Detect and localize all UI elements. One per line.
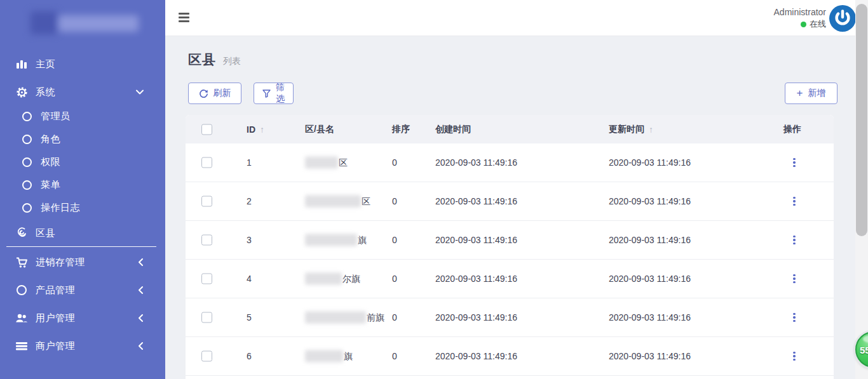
cell-updated-time: 2020-09-03 11:49:16 (609, 235, 691, 245)
table-header-row: ID↑ 区/县名 排序 创建时间 更新时间↑ 操作 (186, 115, 834, 143)
row-checkbox[interactable] (201, 274, 212, 284)
district-name-suffix: 区 (339, 157, 348, 168)
badge-count: 55 (860, 345, 868, 356)
sidebar-item-inventory-management[interactable]: 进销存管理 (0, 251, 165, 273)
district-name-suffix: 前旗 (367, 312, 384, 323)
sidebar-item-home[interactable]: 主页 (0, 53, 165, 75)
sidebar-item-label: 操作日志 (41, 202, 80, 214)
cell-id: 5 (247, 312, 252, 322)
row-actions-menu-icon[interactable] (789, 157, 799, 168)
cell-updated-time: 2020-09-03 11:49:16 (609, 157, 691, 168)
sidebar-item-user-management[interactable]: 用户管理 (0, 307, 165, 329)
redacted-name-blur (305, 312, 366, 324)
circle-icon (20, 203, 33, 213)
filter-button[interactable]: 筛选 (254, 83, 294, 104)
sidebar-item-menus[interactable]: 菜单 (0, 174, 165, 196)
add-button-label: 新增 (808, 88, 825, 99)
sidebar-item-roles[interactable]: 角色 (0, 128, 165, 150)
cell-district-name: 尔旗 (305, 273, 360, 285)
table-row: 5 前旗 0 2020-09-03 11:49:16 2020-09-03 11… (186, 298, 834, 337)
row-actions-menu-icon[interactable] (789, 350, 799, 362)
row-actions-menu-icon[interactable] (789, 312, 799, 323)
cell-sort: 0 (392, 351, 397, 361)
user-status: 在线 (774, 18, 826, 30)
row-actions-menu-icon[interactable] (789, 234, 799, 246)
app-logo (0, 0, 165, 44)
sidebar-item-label: 角色 (41, 133, 60, 145)
circle-icon (20, 157, 33, 167)
cell-id: 6 (247, 351, 252, 361)
cell-sort: 0 (392, 312, 397, 322)
cell-district-name: 区 (305, 196, 370, 208)
sidebar-item-label: 区县 (36, 227, 55, 239)
column-header-sort: 排序 (392, 124, 410, 135)
row-checkbox[interactable] (201, 235, 212, 246)
hamburger-menu-icon[interactable] (179, 13, 189, 22)
user-info: Administrator 在线 (774, 6, 826, 30)
chevron-left-icon (138, 314, 144, 322)
cell-created-time: 2020-09-03 11:49:16 (435, 196, 517, 206)
user-name: Administrator (774, 6, 826, 18)
cell-updated-time: 2020-09-03 11:49:16 (609, 312, 691, 322)
cell-district-name: 旗 (305, 350, 353, 362)
column-header-updated-time[interactable]: 更新时间↑ (609, 124, 644, 135)
row-checkbox[interactable] (201, 351, 212, 362)
add-button[interactable]: + 新增 (785, 83, 837, 104)
sidebar-item-label: 商户管理 (36, 340, 75, 352)
table-row: 3 旗 0 2020-09-03 11:49:16 2020-09-03 11:… (186, 221, 834, 260)
column-header-actions: 操作 (783, 124, 801, 135)
page-scrollbar-track (855, 0, 868, 379)
refresh-button[interactable]: 刷新 (188, 83, 241, 104)
sidebar-item-label: 权限 (41, 156, 60, 168)
row-checkbox[interactable] (201, 196, 212, 207)
sidebar-item-system[interactable]: 系统 (0, 81, 165, 103)
circle-icon (20, 135, 33, 144)
cell-district-name: 前旗 (305, 312, 384, 324)
table-card: ID↑ 区/县名 排序 创建时间 更新时间↑ 操作 1 区 0 2020-09-… (186, 115, 834, 379)
sidebar-item-product-management[interactable]: 产品管理 (0, 279, 165, 301)
cell-updated-time: 2020-09-03 11:49:16 (609, 196, 691, 206)
column-header-created-time: 创建时间 (435, 124, 471, 135)
sidebar-item-label: 菜单 (41, 179, 60, 191)
page-scrollbar-thumb[interactable] (856, 4, 867, 236)
chevron-left-icon (138, 286, 144, 294)
sidebar-item-merchant-management[interactable]: 商户管理 (0, 335, 165, 357)
district-name-suffix: 旗 (344, 350, 353, 362)
chevron-left-icon (138, 342, 144, 350)
badge-shine (863, 335, 868, 343)
refresh-button-label: 刷新 (214, 88, 231, 99)
cell-created-time: 2020-09-03 11:49:16 (435, 274, 517, 284)
cell-created-time: 2020-09-03 11:49:16 (435, 235, 517, 245)
user-avatar[interactable] (829, 5, 856, 32)
sidebar-item-admins[interactable]: 管理员 (0, 105, 165, 127)
users-icon (15, 313, 28, 323)
sidebar-item-permissions[interactable]: 权限 (0, 151, 165, 173)
district-name-suffix: 旗 (358, 234, 367, 246)
row-checkbox[interactable] (201, 312, 212, 323)
row-actions-menu-icon[interactable] (789, 273, 799, 284)
row-actions-menu-icon[interactable] (789, 196, 799, 207)
cell-sort: 0 (392, 274, 397, 284)
logo-mark-redacted (31, 11, 57, 34)
sidebar-item-districts[interactable]: 区县 (0, 222, 165, 244)
row-checkbox[interactable] (201, 157, 212, 168)
column-header-id[interactable]: ID↑ (247, 124, 255, 135)
filter-button-label: 筛选 (276, 82, 285, 105)
cell-created-time: 2020-09-03 11:49:16 (435, 351, 517, 361)
shopping-cart-icon (15, 257, 28, 268)
sidebar-item-label: 进销存管理 (36, 256, 85, 269)
logo-text-redacted (58, 15, 139, 32)
cell-sort: 0 (392, 235, 397, 245)
sidebar-item-operation-logs[interactable]: 操作日志 (0, 197, 165, 218)
cell-id: 3 (247, 235, 252, 245)
table-body: 1 区 0 2020-09-03 11:49:16 2020-09-03 11:… (186, 143, 834, 376)
table-row: 4 尔旗 0 2020-09-03 11:49:16 2020-09-03 11… (186, 260, 834, 298)
sidebar-item-label: 管理员 (41, 110, 71, 123)
hurricane-spiral-icon (15, 227, 28, 239)
filter-funnel-icon (262, 90, 271, 98)
cell-id: 1 (247, 157, 252, 168)
sidebar-item-label: 产品管理 (36, 284, 75, 296)
sidebar-item-label: 用户管理 (36, 312, 75, 324)
select-all-checkbox[interactable] (201, 124, 212, 135)
cell-id: 4 (247, 274, 252, 284)
